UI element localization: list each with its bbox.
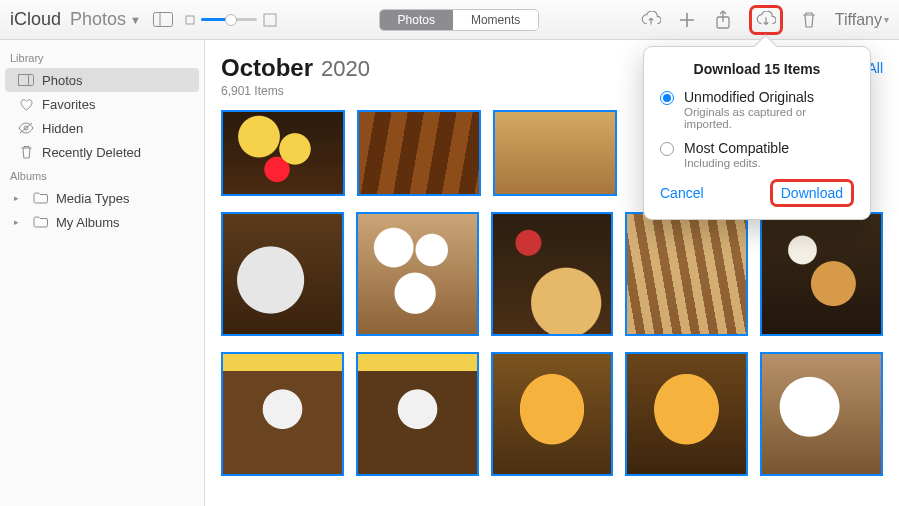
share-icon[interactable]: [713, 10, 733, 30]
brand-secondary: Photos: [70, 9, 126, 30]
photo-thumbnail[interactable]: [625, 212, 748, 336]
option-most-compatible[interactable]: Most Compatible Including edits.: [660, 140, 854, 169]
trash-icon[interactable]: [799, 10, 819, 30]
zoom-small-icon: [185, 15, 195, 25]
disclosure-triangle-icon[interactable]: ▸: [14, 217, 24, 227]
zoom-slider[interactable]: [185, 13, 277, 27]
sidebar-toggle-icon[interactable]: [153, 10, 173, 30]
download-popover: Download 15 Items Unmodified Originals O…: [643, 46, 871, 220]
photo-thumbnail[interactable]: [760, 212, 883, 336]
user-name: Tiffany: [835, 11, 882, 29]
sidebar-item-favorites[interactable]: Favorites: [0, 92, 204, 116]
sidebar-item-label: Recently Deleted: [42, 145, 141, 160]
trash-icon: [18, 144, 34, 160]
photo-thumbnail[interactable]: [493, 110, 617, 196]
download-icon[interactable]: [756, 10, 776, 30]
photo-thumbnail[interactable]: [491, 352, 614, 476]
sidebar-item-hidden[interactable]: Hidden: [0, 116, 204, 140]
heart-icon: [18, 96, 34, 112]
chevron-down-icon: ▼: [130, 14, 141, 26]
folder-icon: [32, 214, 48, 230]
sidebar-item-label: Hidden: [42, 121, 83, 136]
sidebar-item-recently-deleted[interactable]: Recently Deleted: [0, 140, 204, 164]
sidebar-item-media-types[interactable]: ▸ Media Types: [0, 186, 204, 210]
svg-rect-5: [19, 75, 34, 86]
add-icon[interactable]: [677, 10, 697, 30]
option-label: Most Compatible: [684, 140, 789, 156]
folder-icon: [32, 190, 48, 206]
svg-rect-3: [264, 14, 276, 26]
zoom-large-icon: [263, 13, 277, 27]
sidebar-heading-library: Library: [0, 46, 204, 68]
photo-thumbnail[interactable]: [356, 352, 479, 476]
photo-thumbnail[interactable]: [221, 212, 344, 336]
sidebar-item-label: Media Types: [56, 191, 129, 206]
radio-icon[interactable]: [660, 91, 674, 105]
radio-icon[interactable]: [660, 142, 674, 156]
disclosure-triangle-icon[interactable]: ▸: [14, 193, 24, 203]
photo-thumbnail[interactable]: [221, 110, 345, 196]
sidebar-item-label: Photos: [42, 73, 82, 88]
download-button[interactable]: Download: [770, 179, 854, 207]
svg-rect-0: [153, 13, 172, 27]
view-segment: Photos Moments: [379, 9, 540, 31]
eye-slash-icon: [18, 120, 34, 136]
user-menu[interactable]: Tiffany ▾: [835, 11, 889, 29]
sidebar-item-label: My Albums: [56, 215, 120, 230]
svg-rect-2: [186, 16, 194, 24]
sidebar-heading-albums: Albums: [0, 164, 204, 186]
photo-thumbnail[interactable]: [760, 352, 883, 476]
svg-rect-6: [19, 75, 29, 86]
sidebar: Library Photos Favorites Hidden Recently…: [0, 40, 205, 506]
option-sublabel: Originals as captured or imported.: [684, 106, 854, 130]
option-sublabel: Including edits.: [684, 157, 789, 169]
sidebar-item-my-albums[interactable]: ▸ My Albums: [0, 210, 204, 234]
sidebar-item-photos[interactable]: Photos: [5, 68, 199, 92]
photos-icon: [18, 72, 34, 88]
app-title[interactable]: iCloud Photos ▼: [10, 9, 141, 30]
sidebar-item-label: Favorites: [42, 97, 95, 112]
segment-moments[interactable]: Moments: [453, 10, 538, 30]
cancel-button[interactable]: Cancel: [660, 185, 704, 201]
photo-thumbnail[interactable]: [356, 212, 479, 336]
brand-primary: iCloud: [10, 9, 61, 30]
option-label: Unmodified Originals: [684, 89, 854, 105]
option-unmodified-originals[interactable]: Unmodified Originals Originals as captur…: [660, 89, 854, 130]
upload-icon[interactable]: [641, 10, 661, 30]
year-label: 2020: [321, 56, 370, 82]
popover-title: Download 15 Items: [660, 61, 854, 77]
download-button-highlight: [749, 5, 783, 35]
photo-thumbnail[interactable]: [491, 212, 614, 336]
photo-thumbnail[interactable]: [625, 352, 748, 476]
photo-thumbnail[interactable]: [221, 352, 344, 476]
photo-thumbnail[interactable]: [357, 110, 481, 196]
month-label: October: [221, 54, 313, 82]
segment-photos[interactable]: Photos: [380, 10, 453, 30]
chevron-down-icon: ▾: [884, 14, 889, 25]
